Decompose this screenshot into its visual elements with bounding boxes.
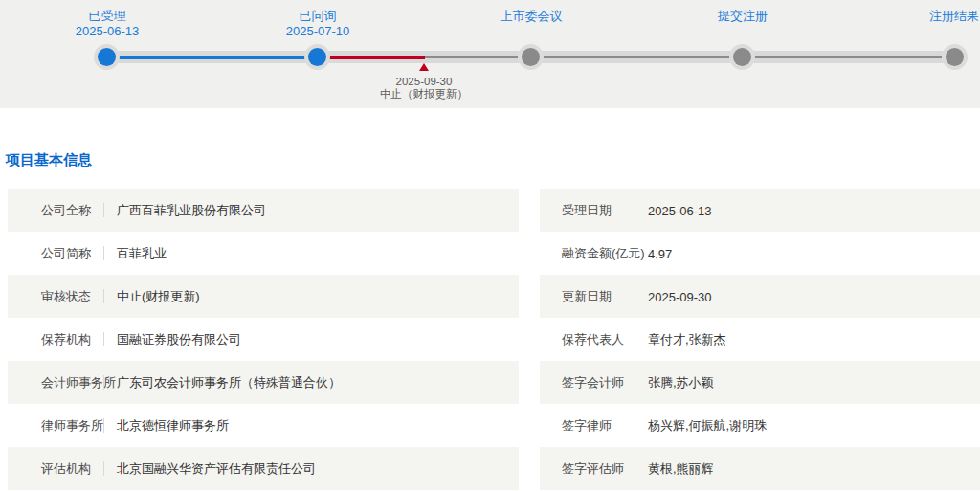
table-row: 会计师事务所 广东司农会计师事务所（特殊普通合伙） — [8, 361, 519, 404]
timeline-stage-accepted: 已受理 2025-06-13 — [76, 9, 140, 38]
suspension-marker-icon — [419, 63, 429, 71]
field-value: 中止(财报更新) — [117, 288, 200, 305]
field-label: 受理日期 — [562, 202, 612, 219]
table-row: 审核状态 中止(财报更新) — [8, 275, 519, 318]
field-divider — [103, 418, 104, 433]
field-label: 融资金额(亿元) — [562, 245, 645, 262]
field-value: 杨兴辉,何振航,谢明珠 — [648, 417, 767, 435]
timeline-stage-inquired: 已问询 2025-07-10 — [286, 9, 350, 38]
table-row: 律师事务所 北京德恒律师事务所 — [8, 404, 519, 447]
timeline-stage-registration: 提交注册 — [718, 9, 768, 23]
field-divider — [635, 461, 635, 476]
table-row: 签字会计师 张腾,苏小颖 — [540, 361, 980, 404]
table-row: 公司简称 百菲乳业 — [8, 232, 519, 275]
field-label: 律师事务所 — [41, 417, 103, 435]
field-label: 更新日期 — [562, 288, 612, 305]
field-value: 广东司农会计师事务所（特殊普通合伙） — [117, 374, 341, 391]
field-divider — [103, 246, 104, 260]
field-divider — [103, 332, 104, 346]
timeline-dot-inquired — [308, 48, 326, 66]
field-label: 审核状态 — [41, 288, 91, 305]
field-value: 北京德恒律师事务所 — [117, 417, 229, 435]
table-row: 签字评估师 黄根,熊丽辉 — [540, 447, 980, 490]
field-value: 章付才,张新杰 — [648, 331, 726, 348]
field-divider — [103, 461, 104, 476]
field-divider — [635, 418, 635, 433]
suspension-status: 中止（财报更新） — [380, 88, 468, 100]
field-label: 公司简称 — [41, 245, 91, 262]
field-label: 评估机构 — [41, 460, 91, 478]
field-divider — [635, 332, 635, 346]
field-divider — [635, 375, 635, 390]
info-table-left: 公司全称 广西百菲乳业股份有限公司 公司简称 百菲乳业 审核状态 中止(财报更新… — [8, 189, 519, 490]
field-label: 签字评估师 — [562, 460, 624, 478]
table-row: 保荐代表人 章付才,张新杰 — [540, 318, 980, 361]
field-value: 黄根,熊丽辉 — [648, 460, 714, 478]
field-value: 2025-09-30 — [648, 289, 712, 303]
page-title: 项目基本信息 — [6, 151, 980, 167]
field-value: 2025-06-13 — [648, 203, 712, 217]
tables-gap — [519, 189, 540, 490]
timeline-dot-accepted — [98, 48, 116, 66]
project-info-tables: 公司全称 广西百菲乳业股份有限公司 公司简称 百菲乳业 审核状态 中止(财报更新… — [0, 189, 980, 490]
timeline-dot-registration — [733, 48, 751, 66]
table-row: 保荐机构 国融证券股份有限公司 — [8, 318, 519, 361]
timeline-dot-result — [946, 48, 964, 66]
stage-date: 2025-07-10 — [286, 24, 350, 38]
table-row: 更新日期 2025-09-30 — [540, 275, 980, 318]
field-value: 百菲乳业 — [117, 245, 167, 262]
field-value: 张腾,苏小颖 — [648, 374, 714, 391]
table-row: 公司全称 广西百菲乳业股份有限公司 — [8, 189, 519, 232]
field-value: 4.97 — [648, 246, 672, 260]
stage-label: 提交注册 — [718, 9, 768, 23]
field-divider — [103, 289, 104, 303]
review-timeline-banner: 已受理 2025-06-13 已问询 2025-07-10 上市委会议 提交注册… — [0, 0, 980, 108]
stage-label: 已受理 — [76, 9, 140, 23]
suspension-date: 2025-09-30 — [380, 76, 468, 88]
field-value: 国融证券股份有限公司 — [117, 331, 241, 348]
timeline-segment-pending — [425, 56, 955, 58]
field-label: 签字律师 — [562, 417, 612, 435]
field-value: 北京国融兴华资产评估有限责任公司 — [117, 460, 316, 478]
field-divider — [103, 203, 104, 217]
timeline-segment-suspended — [318, 56, 425, 59]
field-divider — [635, 246, 635, 260]
timeline-stage-result: 注册结果 — [929, 9, 979, 23]
timeline-dot-committee — [522, 48, 540, 66]
field-label: 签字会计师 — [562, 374, 624, 391]
table-row: 受理日期 2025-06-13 — [540, 189, 980, 232]
timeline-stage-committee: 上市委会议 — [501, 9, 563, 23]
suspension-marker: 2025-09-30 中止（财报更新） — [380, 76, 468, 100]
stage-label: 已问询 — [286, 9, 350, 23]
field-label: 保荐代表人 — [562, 331, 624, 348]
stage-date: 2025-06-13 — [76, 24, 140, 38]
field-divider — [635, 289, 635, 303]
info-table-right: 受理日期 2025-06-13 融资金额(亿元) 4.97 更新日期 2025-… — [540, 189, 980, 490]
stage-label: 上市委会议 — [501, 9, 563, 23]
field-value: 广西百菲乳业股份有限公司 — [117, 202, 266, 219]
stage-label: 注册结果 — [929, 9, 979, 23]
table-row: 评估机构 北京国融兴华资产评估有限责任公司 — [8, 447, 519, 490]
field-divider — [103, 375, 104, 390]
timeline-segment-completed — [107, 56, 318, 59]
table-row: 融资金额(亿元) 4.97 — [540, 232, 980, 275]
field-label: 会计师事务所 — [41, 374, 116, 391]
table-row: 签字律师 杨兴辉,何振航,谢明珠 — [540, 404, 980, 447]
field-label: 保荐机构 — [41, 331, 91, 348]
field-divider — [635, 203, 635, 217]
field-label: 公司全称 — [41, 202, 91, 219]
